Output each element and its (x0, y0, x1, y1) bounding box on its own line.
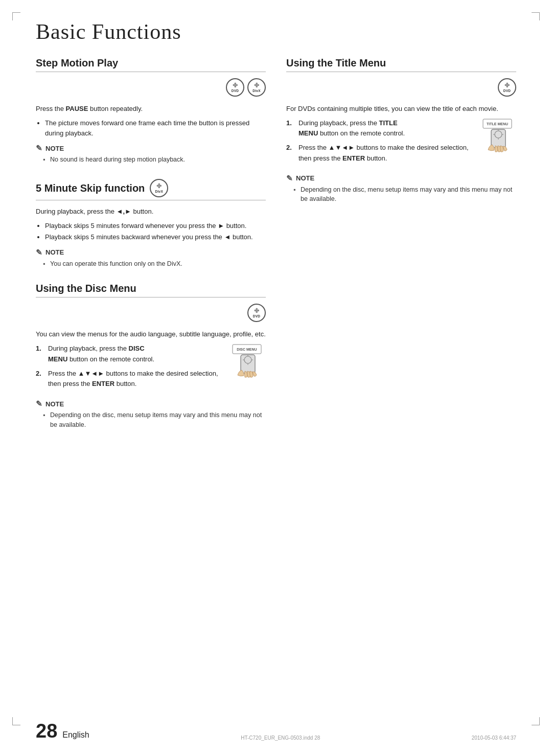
title-menu-remote: TITLE MENU (480, 118, 516, 161)
note-icon-step: ✎ (36, 144, 42, 153)
title-menu-remote-svg: TITLE MENU (482, 118, 515, 159)
five-minute-bold: ◄,► (117, 208, 131, 215)
five-minute-intro: During playback, press the ◄,► button. (36, 207, 266, 217)
step-motion-note-header: ✎ NOTE (36, 144, 266, 153)
disc-step-num-2: 2. (36, 369, 44, 389)
disc-menu-badges: ✤ DVD (36, 304, 266, 322)
section-disc-menu: Using the Disc Menu ✤ DVD You can view t… (36, 283, 266, 429)
five-minute-bullet-1: Playback skips 5 minutes forward wheneve… (45, 221, 266, 231)
page-number: 28 (36, 721, 57, 741)
step-motion-note: ✎ NOTE No sound is heard during step mot… (36, 144, 266, 165)
five-minute-title: 5 Minute Skip function (36, 182, 145, 194)
note-icon-5min: ✎ (36, 248, 42, 257)
disc-menu-note: ✎ NOTE Depending on the disc, menu setup… (36, 399, 266, 430)
title-menu-title: Using the Title Menu (286, 57, 516, 72)
title-step-num-1: 1. (286, 118, 294, 139)
five-minute-bullet-2: Playback skips 5 minutes backward whenev… (45, 232, 266, 242)
disc-step-text-2: Press the ▲▼◄► buttons to make the desir… (48, 369, 223, 389)
svg-text:DISC MENU: DISC MENU (237, 348, 257, 351)
section-title-menu: Using the Title Menu ✤ DVD For DVDs cont… (286, 57, 516, 204)
step-motion-note-list: No sound is heard during step motion pla… (43, 155, 266, 165)
step-motion-title: Step Motion Play (36, 57, 266, 72)
disc-menu-step-1: 1. During playback, press the DISCMENU b… (36, 343, 223, 364)
title-menu-note: ✎ NOTE Depending on the disc, menu setup… (286, 174, 516, 204)
badge-dvd-label: DVD (232, 89, 239, 93)
corner-mark-br (532, 717, 540, 725)
five-minute-note-item-1: You can operate this function only on th… (43, 259, 266, 269)
badge-divx-5min-label: DivX (155, 190, 164, 193)
five-minute-title-row: 5 Minute Skip function ✤ DivX (36, 179, 266, 200)
page: Basic Functions Step Motion Play ✤ DVD ✤… (0, 0, 552, 756)
title-menu-note-list: Depending on the disc, menu setup items … (293, 185, 516, 204)
title-menu-step-1: 1. During playback, press the TITLEMENU … (286, 118, 473, 139)
footer-file: HT-C720_EUR_ENG-0503.indd 28 (241, 735, 320, 741)
disc-menu-intro: You can view the menus for the audio lan… (36, 329, 266, 339)
page-language: English (62, 730, 89, 740)
svg-text:TITLE MENU: TITLE MENU (487, 122, 508, 126)
step-motion-bold: PAUSE (66, 105, 88, 112)
left-column: Step Motion Play ✤ DVD ✤ DivX Press the … (36, 57, 266, 444)
note-icon-title: ✎ (286, 174, 293, 183)
disc-menu-note-list: Depending on the disc, menu setup items … (43, 410, 266, 430)
title-step-text-2: Press the ▲▼◄► buttons to make the desir… (298, 143, 473, 163)
note-icon-disc: ✎ (36, 399, 42, 408)
badge-star5: ✤ (504, 82, 510, 89)
badge-dvd-title: ✤ DVD (498, 78, 516, 97)
title-step-text-1: During playback, press the TITLEMENU but… (298, 118, 405, 139)
note-label-step: NOTE (45, 145, 64, 152)
note-label-5min: NOTE (45, 248, 64, 256)
badge-star2: ✤ (254, 82, 259, 89)
page-title: Basic Functions (36, 19, 516, 44)
corner-mark-tr (532, 12, 540, 20)
five-minute-bullets: Playback skips 5 minutes forward wheneve… (45, 221, 266, 242)
badge-divx-label: DivX (252, 89, 261, 93)
five-minute-note-list: You can operate this function only on th… (43, 259, 266, 269)
title-menu-steps-block: TITLE MENU (286, 118, 516, 169)
badge-star: ✤ (233, 82, 238, 89)
right-column: Using the Title Menu ✤ DVD For DVDs cont… (286, 57, 516, 444)
badge-divx-5min: ✤ DivX (150, 179, 168, 197)
note-label-title: NOTE (296, 174, 314, 182)
note-label-disc: NOTE (45, 400, 64, 408)
badge-divx-step: ✤ DivX (247, 78, 266, 97)
disc-menu-remote-svg: DISC MENU (232, 343, 264, 384)
five-minute-note: ✎ NOTE You can operate this function onl… (36, 248, 266, 269)
five-minute-note-header: ✎ NOTE (36, 248, 266, 257)
step-motion-bullet-1: The picture moves forward one frame each… (45, 118, 266, 139)
disc-step-text-1: During playback, press the DISCMENU butt… (48, 343, 154, 364)
title-menu-badges: ✤ DVD (286, 78, 516, 97)
corner-mark-tl (12, 12, 20, 20)
step-motion-note-item-1: No sound is heard during step motion pla… (43, 155, 266, 165)
disc-menu-note-header: ✎ NOTE (36, 399, 266, 408)
page-header: Basic Functions (0, 0, 552, 57)
badge-dvd-step: ✤ DVD (226, 78, 244, 97)
content-area: Step Motion Play ✤ DVD ✤ DivX Press the … (0, 57, 552, 444)
step-motion-badges: ✤ DVD ✤ DivX (36, 78, 266, 97)
title-menu-note-item-1: Depending on the disc, menu setup items … (293, 185, 516, 204)
badge-star4: ✤ (254, 308, 259, 314)
disc-menu-note-item-1: Depending on the disc, menu setup items … (43, 410, 266, 430)
corner-mark-bl (12, 717, 20, 725)
badge-star3: ✤ (156, 183, 162, 190)
page-number-block: 28 English (36, 721, 89, 741)
disc-menu-steps-block: DISC MENU (36, 343, 266, 394)
page-footer: 28 English HT-C720_EUR_ENG-0503.indd 28 … (36, 721, 516, 741)
step-motion-intro: Press the PAUSE button repeatedly. (36, 104, 266, 114)
badge-dvd-disc: ✤ DVD (247, 304, 266, 322)
title-menu-step-2: 2. Press the ▲▼◄► buttons to make the de… (286, 143, 473, 163)
badge-dvd-title-label: DVD (503, 89, 511, 93)
section-step-motion: Step Motion Play ✤ DVD ✤ DivX Press the … (36, 57, 266, 165)
badge-dvd-disc-label: DVD (253, 314, 261, 318)
disc-menu-step-2: 2. Press the ▲▼◄► buttons to make the de… (36, 369, 223, 389)
title-menu-intro: For DVDs containing multiple titles, you… (286, 104, 516, 114)
disc-menu-title: Using the Disc Menu (36, 283, 266, 297)
section-five-minute: 5 Minute Skip function ✤ DivX During pla… (36, 179, 266, 268)
disc-step-num-1: 1. (36, 343, 44, 364)
disc-menu-remote: DISC MENU (230, 343, 266, 386)
title-menu-note-header: ✎ NOTE (286, 174, 516, 183)
step-motion-bullets: The picture moves forward one frame each… (45, 118, 266, 139)
title-step-num-2: 2. (286, 143, 294, 163)
footer-date: 2010-05-03 6:44:37 (472, 735, 516, 741)
